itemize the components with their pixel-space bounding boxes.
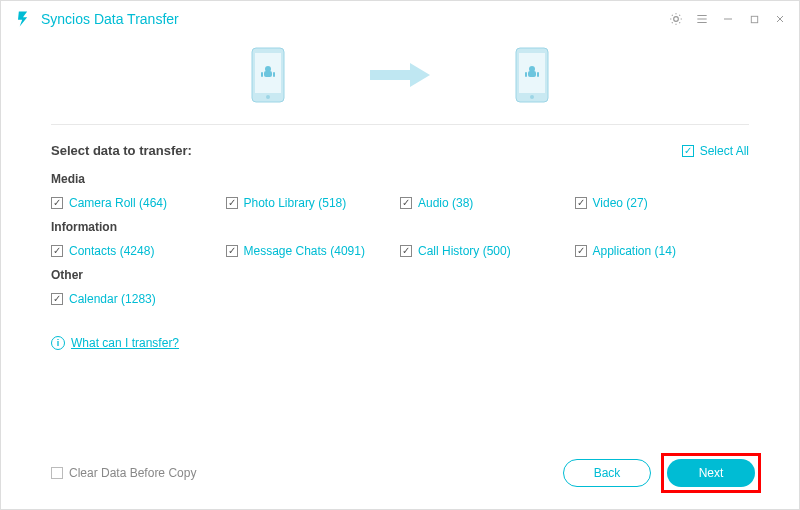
- settings-icon[interactable]: [669, 12, 683, 26]
- device-transfer-graphic: [1, 37, 799, 124]
- clear-data-checkbox[interactable]: Clear Data Before Copy: [51, 466, 563, 480]
- checkbox-icon: [400, 197, 412, 209]
- checkbox-camera-roll[interactable]: Camera Roll (464): [51, 196, 226, 210]
- checkbox-icon: [575, 245, 587, 257]
- minimize-icon[interactable]: [721, 12, 735, 26]
- checkbox-icon: [682, 145, 694, 157]
- section-heading-other: Other: [51, 268, 749, 282]
- checkbox-label: Application (14): [593, 244, 676, 258]
- next-button-highlight: Next: [661, 453, 761, 493]
- svg-rect-0: [751, 16, 757, 22]
- checkbox-calendar[interactable]: Calendar (1283): [51, 292, 231, 306]
- clear-data-label: Clear Data Before Copy: [69, 466, 196, 480]
- checkbox-video[interactable]: Video (27): [575, 196, 750, 210]
- next-button[interactable]: Next: [667, 459, 755, 487]
- maximize-icon[interactable]: [747, 12, 761, 26]
- main-content: Select data to transfer: Select All Medi…: [1, 125, 799, 439]
- source-device-icon: [251, 47, 285, 106]
- checkbox-label: Photo Library (518): [244, 196, 347, 210]
- titlebar: Syncios Data Transfer: [1, 1, 799, 37]
- checkbox-icon: [226, 245, 238, 257]
- app-logo-icon: [13, 9, 33, 29]
- svg-rect-14: [537, 72, 539, 77]
- select-all-checkbox[interactable]: Select All: [682, 144, 749, 158]
- svg-rect-12: [528, 71, 536, 77]
- window-controls: [669, 12, 787, 26]
- help-link[interactable]: What can I transfer?: [71, 336, 179, 350]
- checkbox-icon: [51, 467, 63, 479]
- page-title: Select data to transfer:: [51, 143, 682, 158]
- checkbox-photo-library[interactable]: Photo Library (518): [226, 196, 401, 210]
- target-device-icon: [515, 47, 549, 106]
- svg-rect-6: [261, 72, 263, 77]
- section-heading-media: Media: [51, 172, 749, 186]
- checkbox-icon: [400, 245, 412, 257]
- checkbox-label: Calendar (1283): [69, 292, 156, 306]
- checkbox-label: Video (27): [593, 196, 648, 210]
- checkbox-label: Camera Roll (464): [69, 196, 167, 210]
- svg-point-10: [530, 95, 534, 99]
- svg-rect-5: [264, 71, 272, 77]
- checkbox-icon: [575, 197, 587, 209]
- svg-rect-13: [525, 72, 527, 77]
- checkbox-label: Audio (38): [418, 196, 473, 210]
- checkbox-contacts[interactable]: Contacts (4248): [51, 244, 226, 258]
- svg-point-3: [266, 95, 270, 99]
- checkbox-label: Contacts (4248): [69, 244, 154, 258]
- checkbox-application[interactable]: Application (14): [575, 244, 750, 258]
- svg-rect-7: [273, 72, 275, 77]
- checkbox-icon: [51, 293, 63, 305]
- checkbox-call-history[interactable]: Call History (500): [400, 244, 575, 258]
- checkbox-message-chats[interactable]: Message Chats (4091): [226, 244, 401, 258]
- checkbox-label: Call History (500): [418, 244, 511, 258]
- info-icon: i: [51, 336, 65, 350]
- footer-bar: Clear Data Before Copy Back Next: [1, 439, 799, 509]
- app-title: Syncios Data Transfer: [41, 11, 669, 27]
- select-all-label: Select All: [700, 144, 749, 158]
- checkbox-icon: [51, 245, 63, 257]
- checkbox-icon: [51, 197, 63, 209]
- checkbox-audio[interactable]: Audio (38): [400, 196, 575, 210]
- arrow-right-icon: [365, 60, 435, 93]
- menu-icon[interactable]: [695, 12, 709, 26]
- back-button[interactable]: Back: [563, 459, 651, 487]
- close-icon[interactable]: [773, 12, 787, 26]
- checkbox-icon: [226, 197, 238, 209]
- section-heading-information: Information: [51, 220, 749, 234]
- checkbox-label: Message Chats (4091): [244, 244, 365, 258]
